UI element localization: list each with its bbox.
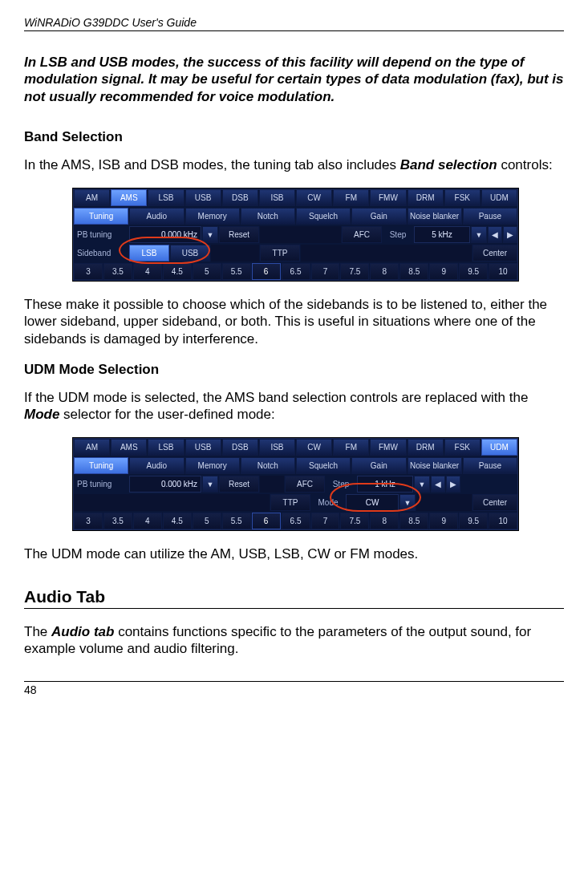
ruler-button[interactable]: 3 <box>74 263 103 280</box>
step-left-button[interactable]: ◀ <box>488 226 502 243</box>
mode-button[interactable]: FSK <box>444 439 481 456</box>
center-button[interactable]: Center <box>472 494 517 511</box>
mode-button[interactable]: USB <box>185 189 221 206</box>
text-bold: Audio tab <box>51 624 114 639</box>
ruler-button[interactable]: 3.5 <box>103 263 132 280</box>
tab-button[interactable]: Tuning <box>74 457 128 474</box>
text: controls: <box>497 157 553 172</box>
mode-button[interactable]: ISB <box>259 189 295 206</box>
ruler-button[interactable]: 8 <box>370 513 399 529</box>
spacer <box>211 245 259 262</box>
mode-button[interactable]: DRM <box>408 439 444 456</box>
mode-button[interactable]: AM <box>74 439 110 456</box>
ruler-button[interactable]: 8.5 <box>399 263 428 280</box>
mode-button[interactable]: USB <box>185 439 221 456</box>
step-label: Step <box>383 226 413 243</box>
tab-button[interactable]: Noise blanker <box>408 208 462 225</box>
lsb-button[interactable]: LSB <box>129 245 169 262</box>
mode-button[interactable]: UDM <box>481 189 517 206</box>
dropdown-icon[interactable]: ▼ <box>399 494 416 511</box>
ruler-button[interactable]: 9.5 <box>459 513 488 529</box>
ruler-button[interactable]: 6 <box>252 513 281 529</box>
ruler-button[interactable]: 7 <box>311 513 340 529</box>
reset-button[interactable]: Reset <box>219 476 259 493</box>
ruler-button[interactable]: 4.5 <box>163 513 192 529</box>
center-button[interactable]: Center <box>472 245 517 262</box>
tab-button[interactable]: Memory <box>185 208 240 225</box>
tab-button[interactable]: Squelch <box>296 208 351 225</box>
mode-button[interactable]: FMW <box>370 439 406 456</box>
dropdown-icon[interactable]: ▼ <box>471 226 487 243</box>
mode-button[interactable]: FM <box>333 439 369 456</box>
mode-button[interactable]: ISB <box>259 439 295 456</box>
pb-tuning-field[interactable]: 0.000 kHz <box>129 476 201 493</box>
ruler-button[interactable]: 7 <box>311 263 340 280</box>
ruler-button[interactable]: 9 <box>429 513 458 529</box>
tab-button[interactable]: Pause <box>463 457 517 474</box>
mode-button[interactable]: DSB <box>222 189 258 206</box>
ruler-button[interactable]: 6.5 <box>282 513 310 529</box>
tab-button[interactable]: Gain <box>351 457 406 474</box>
tab-button[interactable]: Squelch <box>296 457 351 474</box>
step-right-button[interactable]: ▶ <box>503 226 517 243</box>
reset-button[interactable]: Reset <box>219 226 259 243</box>
tab-button[interactable]: Gain <box>351 208 406 225</box>
mode-button[interactable]: FSK <box>444 189 481 206</box>
tab-button[interactable]: Notch <box>241 208 295 225</box>
step-left-button[interactable]: ◀ <box>431 476 445 493</box>
dropdown-icon[interactable]: ▼ <box>202 226 218 243</box>
ruler-button[interactable]: 8.5 <box>399 513 428 529</box>
step-field[interactable]: 1 kHz <box>357 476 413 493</box>
tab-button[interactable]: Memory <box>185 457 240 474</box>
ruler-button[interactable]: 7.5 <box>340 513 369 529</box>
ruler-button[interactable]: 10 <box>489 513 517 529</box>
mode-button[interactable]: DRM <box>408 189 444 206</box>
mode-button[interactable]: FM <box>333 189 369 206</box>
mode-button[interactable]: FMW <box>370 189 406 206</box>
ruler-button[interactable]: 3.5 <box>103 513 132 529</box>
step-right-button[interactable]: ▶ <box>446 476 460 493</box>
mode-button[interactable]: CW <box>296 189 332 206</box>
mode-field[interactable]: CW <box>346 494 399 511</box>
mode-button[interactable]: DSB <box>222 439 258 456</box>
step-field[interactable]: 5 kHz <box>414 226 470 243</box>
ruler-button[interactable]: 5 <box>193 513 221 529</box>
usb-button[interactable]: USB <box>170 245 210 262</box>
tab-button[interactable]: Tuning <box>74 208 128 225</box>
ruler-button[interactable]: 4 <box>133 263 162 280</box>
ruler-button[interactable]: 3 <box>74 513 103 529</box>
mode-button[interactable]: AM <box>74 189 110 206</box>
ttp-button[interactable]: TTP <box>260 245 300 262</box>
ttp-button[interactable]: TTP <box>270 494 310 511</box>
ruler-button[interactable]: 8 <box>370 263 399 280</box>
ruler-button[interactable]: 10 <box>489 263 517 280</box>
mode-button[interactable]: AMS <box>111 439 147 456</box>
band-selection-after: These make it possible to choose which o… <box>24 296 564 347</box>
pb-tuning-field[interactable]: 0.000 kHz <box>129 226 201 243</box>
mode-button[interactable]: UDM <box>481 439 517 456</box>
ruler-button[interactable]: 5 <box>193 263 221 280</box>
ruler-button[interactable]: 9 <box>429 263 458 280</box>
afc-button[interactable]: AFC <box>285 476 325 493</box>
mode-button[interactable]: CW <box>296 439 332 456</box>
tab-button[interactable]: Pause <box>463 208 517 225</box>
tab-button[interactable]: Notch <box>241 457 295 474</box>
dropdown-icon[interactable]: ▼ <box>414 476 430 493</box>
ruler-button[interactable]: 6.5 <box>282 263 310 280</box>
afc-button[interactable]: AFC <box>342 226 382 243</box>
tab-button[interactable]: Noise blanker <box>408 457 462 474</box>
doc-header: WiNRADiO G39DDC User's Guide <box>24 16 564 31</box>
mode-button[interactable]: AMS <box>111 189 147 206</box>
ruler-button[interactable]: 5.5 <box>222 263 251 280</box>
dropdown-icon[interactable]: ▼ <box>202 476 218 493</box>
mode-button[interactable]: LSB <box>148 439 184 456</box>
ruler-button[interactable]: 5.5 <box>222 513 251 529</box>
ruler-button[interactable]: 4.5 <box>163 263 192 280</box>
ruler-button[interactable]: 6 <box>252 263 281 280</box>
ruler-button[interactable]: 4 <box>133 513 162 529</box>
ruler-button[interactable]: 9.5 <box>459 263 488 280</box>
tab-button[interactable]: Audio <box>129 208 184 225</box>
mode-button[interactable]: LSB <box>148 189 184 206</box>
ruler-button[interactable]: 7.5 <box>340 263 369 280</box>
tab-button[interactable]: Audio <box>129 457 184 474</box>
